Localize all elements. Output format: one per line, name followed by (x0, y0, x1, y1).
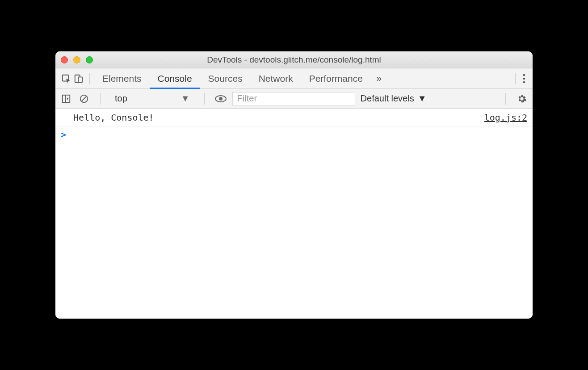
tab-elements[interactable]: Elements (94, 68, 150, 88)
tab-label: Sources (208, 73, 243, 84)
console-prompt[interactable]: > (55, 126, 533, 143)
execution-context-selector[interactable]: top ▼ (110, 92, 194, 105)
tab-label: Console (158, 73, 192, 84)
svg-line-9 (82, 96, 87, 101)
log-entry: Hello, Console! log.js:2 (55, 109, 533, 126)
log-source-link[interactable]: log.js:2 (484, 112, 527, 123)
svg-point-11 (219, 97, 223, 101)
filter-input[interactable] (232, 92, 355, 105)
inspect-element-icon[interactable] (60, 72, 72, 85)
levels-label: Default levels (361, 93, 414, 104)
log-level-selector[interactable]: Default levels ▼ (361, 93, 427, 104)
svg-rect-6 (63, 95, 70, 102)
divider (100, 93, 101, 105)
svg-point-5 (523, 81, 525, 83)
tab-sources[interactable]: Sources (200, 68, 251, 88)
chevron-down-icon: ▼ (181, 93, 190, 104)
tab-label: Elements (102, 73, 142, 84)
tab-label: Performance (309, 73, 363, 84)
svg-point-4 (523, 77, 525, 80)
titlebar: DevTools - devtools.glitch.me/console/lo… (55, 51, 533, 68)
zoom-window-button[interactable] (86, 56, 93, 63)
prompt-caret: > (61, 129, 66, 140)
panel-tabstrip: Elements Console Sources Network Perform… (55, 68, 533, 89)
window-title: DevTools - devtools.glitch.me/console/lo… (55, 55, 533, 65)
console-settings-icon[interactable] (516, 92, 528, 105)
console-toolbar: top ▼ Default levels ▼ (55, 89, 533, 109)
tab-console[interactable]: Console (150, 68, 200, 88)
divider (505, 93, 506, 105)
tab-performance[interactable]: Performance (301, 68, 371, 88)
svg-point-3 (523, 74, 525, 76)
tab-network[interactable]: Network (251, 68, 301, 88)
divider (89, 73, 90, 84)
svg-rect-2 (78, 77, 82, 82)
divider (515, 73, 516, 84)
log-message: Hello, Console! (73, 112, 154, 123)
context-label: top (115, 93, 127, 104)
divider (204, 93, 205, 105)
more-tabs-button[interactable]: » (371, 73, 387, 84)
toggle-device-toolbar-icon[interactable] (72, 72, 85, 85)
clear-console-icon[interactable] (78, 92, 90, 105)
minimize-window-button[interactable] (73, 56, 80, 63)
console-output: Hello, Console! log.js:2 > (55, 109, 533, 319)
toggle-console-sidebar-icon[interactable] (60, 92, 72, 105)
live-expression-icon[interactable] (214, 92, 227, 105)
tab-label: Network (259, 73, 293, 84)
traffic-lights (61, 56, 93, 63)
devtools-menu-button[interactable] (520, 74, 528, 84)
close-window-button[interactable] (61, 56, 68, 63)
panel-tabs: Elements Console Sources Network Perform… (94, 68, 371, 88)
chevron-down-icon: ▼ (418, 93, 427, 104)
devtools-window: DevTools - devtools.glitch.me/console/lo… (55, 51, 533, 319)
